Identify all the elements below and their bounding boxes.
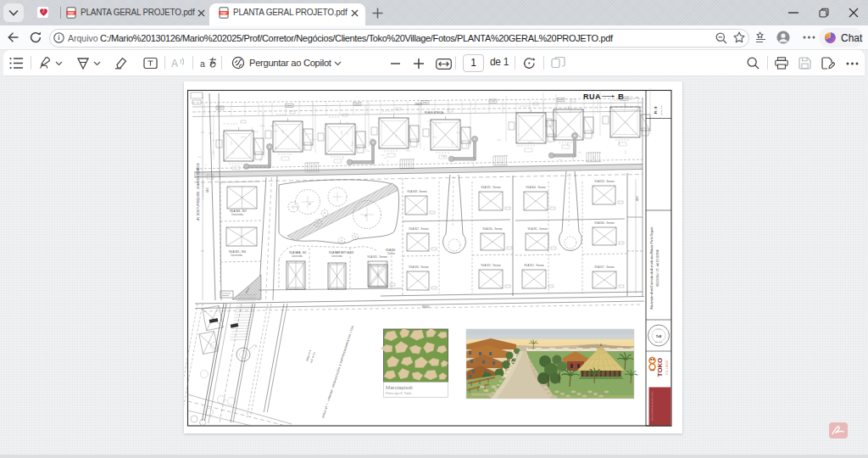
svg-text:VILA 305 - Terreno: VILA 305 - Terreno bbox=[367, 255, 387, 259]
svg-text:48.6: 48.6 bbox=[206, 187, 209, 193]
svg-text:TsB: TsB bbox=[656, 335, 662, 338]
svg-text:CANTEIRO CENTRAL: CANTEIRO CENTRAL bbox=[202, 179, 204, 200]
svg-text:VILA 321 - Terreno: VILA 321 - Terreno bbox=[481, 264, 501, 267]
svg-text:VILA 315 - Terreno: VILA 315 - Terreno bbox=[481, 186, 501, 189]
svg-text:VILA 311 - Terreno: VILA 311 - Terreno bbox=[527, 227, 548, 231]
svg-text:VILLAGE: VILLAGE bbox=[665, 360, 669, 375]
svg-text:· A R Q U I ·: · A R Q U I · bbox=[654, 328, 663, 330]
svg-text:VILA 310 - Terreno: VILA 310 - Terreno bbox=[482, 227, 503, 231]
svg-text:23005: 23005 bbox=[415, 103, 422, 106]
svg-text:RUA ELETRICA: RUA ELETRICA bbox=[425, 111, 443, 114]
svg-text:ÁREA Nº 7 - ARMIND. URBANIZAÇÃ: ÁREA Nº 7 - ARMIND. URBANIZAÇÃO E EMPREE… bbox=[320, 324, 354, 418]
svg-text:RUA: RUA bbox=[583, 92, 601, 101]
svg-text:PDF: PDF bbox=[221, 12, 227, 15]
svg-text:VILA 313 - Terreno: VILA 313 - Terreno bbox=[594, 180, 615, 183]
svg-text:escala 1:500: escala 1:500 bbox=[660, 104, 662, 115]
svg-text:Fl: 9: Fl: 9 bbox=[654, 106, 658, 114]
svg-text:T: T bbox=[255, 345, 257, 349]
svg-text:Masterplan Área Extensão da Av: Masterplan Área Extensão da Avenida dos … bbox=[650, 226, 654, 309]
svg-text:VILA 317 - Terreno: VILA 317 - Terreno bbox=[594, 265, 615, 269]
svg-text:TOKO EMPREENDIMENTOS LTDA: TOKO EMPREENDIMENTOS LTDA bbox=[651, 391, 653, 422]
svg-text:Marciapiedi: Marciapiedi bbox=[386, 384, 413, 390]
svg-text:VILA 312 - Terreno: VILA 312 - Terreno bbox=[524, 264, 544, 267]
svg-text:85000: 85000 bbox=[422, 305, 430, 309]
svg-text:SECCION nº 29 - del 15/12/2010: SECCION nº 29 - del 15/12/2010 bbox=[656, 249, 659, 287]
svg-text:Construída: Construída bbox=[331, 254, 342, 258]
svg-text:AV. DOS TUPINIQUINS - GRANDES: AV. DOS TUPINIQUINS - GRANDES HOMENS bbox=[197, 163, 200, 220]
svg-text:VILA 307 - Terreno: VILA 307 - Terreno bbox=[409, 227, 429, 231]
svg-text:VILA 308 - Terreno: VILA 308 - Terreno bbox=[407, 190, 427, 193]
svg-text:Construída: Construída bbox=[231, 213, 243, 216]
svg-text:VILA 304 - Terreno: VILA 304 - Terreno bbox=[526, 186, 546, 189]
svg-text:B: B bbox=[618, 92, 624, 101]
svg-text:a: a bbox=[200, 59, 205, 69]
svg-text:05: 05 bbox=[309, 202, 313, 205]
svg-text:VILA GAIA - 902: VILA GAIA - 902 bbox=[289, 251, 307, 254]
svg-text:VILA 905: VILA 905 bbox=[386, 249, 396, 252]
svg-text:PDF: PDF bbox=[69, 12, 75, 15]
svg-text:Terreno: Terreno bbox=[387, 252, 395, 255]
svg-text:· B R A S I L ·: · B R A S I L · bbox=[654, 341, 664, 343]
svg-text:Pietra tipo S. Tomé: Pietra tipo S. Tomé bbox=[386, 392, 411, 395]
svg-text:VILA 306 - Terreno: VILA 306 - Terreno bbox=[594, 221, 615, 225]
svg-text:Construída: Construída bbox=[292, 254, 303, 258]
svg-text:TOKO: TOKO bbox=[656, 358, 664, 377]
svg-text:A: A bbox=[171, 58, 178, 70]
svg-text:Construída: Construída bbox=[231, 254, 242, 257]
svg-text:48.6: 48.6 bbox=[636, 196, 639, 201]
svg-text:VILA 316 - Terreno: VILA 316 - Terreno bbox=[409, 265, 429, 269]
